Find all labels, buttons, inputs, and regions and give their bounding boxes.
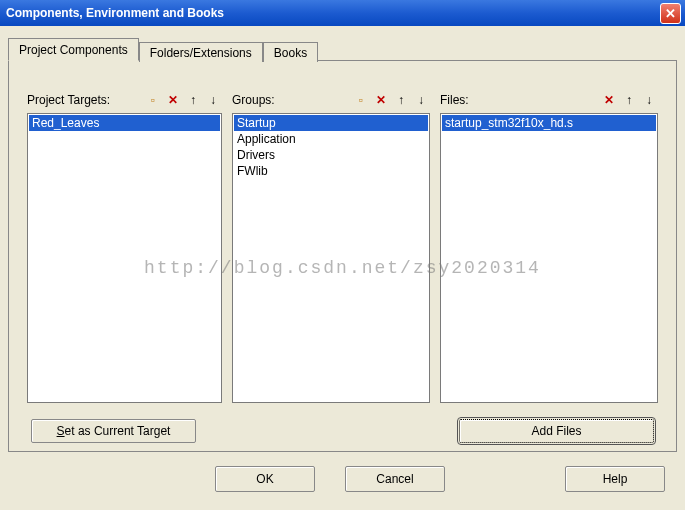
list-item[interactable]: Drivers (234, 147, 428, 163)
list-item[interactable]: startup_stm32f10x_hd.s (442, 115, 656, 131)
bottom-row: Set as Current Target Add Files (27, 419, 658, 443)
move-down-icon[interactable]: ↓ (640, 91, 658, 109)
listbox-project-targets[interactable]: Red_Leaves (27, 113, 222, 403)
move-up-icon[interactable]: ↑ (184, 91, 202, 109)
tab-content: Project Targets: ▫ ✕ ↑ ↓ Red_Leaves Grou… (8, 60, 677, 452)
new-icon[interactable]: ▫ (352, 91, 370, 109)
titlebar: Components, Environment and Books ✕ (0, 0, 685, 26)
column-files: Files: ✕ ↑ ↓ startup_stm32f10x_hd.s (440, 89, 658, 403)
move-up-icon[interactable]: ↑ (620, 91, 638, 109)
list-item[interactable]: Red_Leaves (29, 115, 220, 131)
list-item[interactable]: Application (234, 131, 428, 147)
tabs-row: Project Components Folders/Extensions Bo… (0, 26, 685, 60)
column-project-targets: Project Targets: ▫ ✕ ↑ ↓ Red_Leaves (27, 89, 222, 403)
delete-icon[interactable]: ✕ (600, 91, 618, 109)
new-icon[interactable]: ▫ (144, 91, 162, 109)
column-groups: Groups: ▫ ✕ ↑ ↓ StartupApplicationDriver… (232, 89, 430, 403)
listbox-files[interactable]: startup_stm32f10x_hd.s (440, 113, 658, 403)
set-as-current-target-button[interactable]: Set as Current Target (31, 419, 196, 443)
toolbar: ▫ ✕ ↑ ↓ (352, 91, 430, 109)
ok-button[interactable]: OK (215, 466, 315, 492)
tab-label: Project Components (19, 43, 128, 57)
tab-label: Books (274, 46, 307, 60)
list-item[interactable]: Startup (234, 115, 428, 131)
column-label: Project Targets: (27, 93, 110, 107)
list-item[interactable]: FWlib (234, 163, 428, 179)
column-label: Groups: (232, 93, 275, 107)
dialog-buttons: OK Cancel Help (0, 460, 685, 492)
column-header: Project Targets: ▫ ✕ ↑ ↓ (27, 89, 222, 111)
column-header: Files: ✕ ↑ ↓ (440, 89, 658, 111)
listbox-groups[interactable]: StartupApplicationDriversFWlib (232, 113, 430, 403)
move-up-icon[interactable]: ↑ (392, 91, 410, 109)
column-header: Groups: ▫ ✕ ↑ ↓ (232, 89, 430, 111)
toolbar: ▫ ✕ ↑ ↓ (144, 91, 222, 109)
close-icon: ✕ (665, 6, 676, 21)
help-button[interactable]: Help (565, 466, 665, 492)
move-down-icon[interactable]: ↓ (412, 91, 430, 109)
tab-folders-extensions[interactable]: Folders/Extensions (139, 42, 263, 62)
tab-books[interactable]: Books (263, 42, 318, 62)
delete-icon[interactable]: ✕ (372, 91, 390, 109)
move-down-icon[interactable]: ↓ (204, 91, 222, 109)
window-close-button[interactable]: ✕ (660, 3, 681, 24)
window-title: Components, Environment and Books (6, 6, 224, 20)
cancel-button[interactable]: Cancel (345, 466, 445, 492)
columns: Project Targets: ▫ ✕ ↑ ↓ Red_Leaves Grou… (27, 89, 658, 403)
column-label: Files: (440, 93, 469, 107)
delete-icon[interactable]: ✕ (164, 91, 182, 109)
toolbar: ✕ ↑ ↓ (600, 91, 658, 109)
add-files-button[interactable]: Add Files (459, 419, 654, 443)
tab-project-components[interactable]: Project Components (8, 38, 139, 61)
tab-label: Folders/Extensions (150, 46, 252, 60)
